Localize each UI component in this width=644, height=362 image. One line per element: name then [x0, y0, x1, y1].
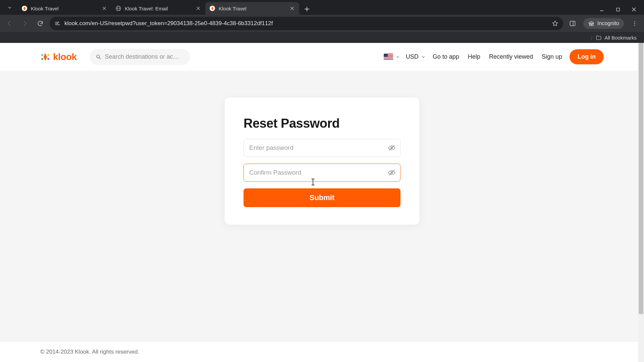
- copyright-text: © 2014-2023 Klook. All rights reserved.: [40, 349, 139, 355]
- arrow-left-icon: [6, 20, 13, 27]
- confirm-password-input[interactable]: [244, 164, 400, 182]
- tab-title: Klook Travel: [31, 6, 98, 11]
- klook-favicon-icon: [209, 5, 215, 11]
- svg-point-13: [592, 24, 593, 26]
- url-text: klook.com/en-US/resetpwd?user_token=2903…: [64, 20, 548, 27]
- incognito-icon: [588, 20, 595, 27]
- maximize-button[interactable]: [614, 6, 621, 13]
- logo[interactable]: klook: [40, 52, 77, 62]
- viewport: klook USD Go to app Help Recently viewed…: [0, 43, 644, 362]
- site-header: klook USD Go to app Help Recently viewed…: [0, 43, 644, 71]
- tab-close-button[interactable]: [289, 5, 295, 11]
- us-flag-icon: [384, 54, 393, 60]
- svg-point-20: [41, 58, 43, 60]
- svg-point-12: [589, 24, 591, 26]
- site-footer: © 2014-2023 Klook. All rights reserved.: [0, 342, 644, 362]
- nav-log-in-button[interactable]: Log in: [570, 49, 604, 64]
- incognito-label: Incognito: [597, 20, 619, 26]
- browser-menu-button[interactable]: [629, 17, 641, 29]
- nav-recently-viewed[interactable]: Recently viewed: [488, 51, 534, 62]
- chevron-down-icon: [7, 5, 12, 10]
- folder-icon: [596, 35, 602, 41]
- toggle-password-visibility[interactable]: [388, 144, 396, 152]
- confirm-password-field-wrapper: [244, 164, 400, 182]
- scrollbar-thumb[interactable]: [639, 43, 643, 314]
- maximize-icon: [616, 7, 620, 12]
- close-icon: [632, 7, 636, 12]
- star-icon: [552, 20, 558, 27]
- minimize-button[interactable]: [598, 6, 605, 13]
- all-bookmarks-label: All Bookmarks: [604, 35, 637, 41]
- tab-title: Klook Travel: [219, 6, 286, 11]
- bookmark-star-button[interactable]: [552, 20, 558, 27]
- nav-help[interactable]: Help: [467, 51, 482, 62]
- search-icon: [96, 54, 102, 60]
- logo-text: klook: [53, 52, 77, 62]
- site-settings-button[interactable]: [54, 20, 60, 26]
- minimize-icon: [599, 7, 604, 12]
- tab-strip: Klook Travel Klook Travel: Email Klook T…: [0, 0, 644, 15]
- svg-point-18: [41, 54, 43, 56]
- browser-tab[interactable]: Klook Travel: [17, 2, 111, 15]
- submit-button[interactable]: Submit: [244, 188, 400, 207]
- language-selector[interactable]: [384, 54, 400, 60]
- vertical-scrollbar[interactable]: [638, 43, 644, 362]
- browser-tab-active[interactable]: Klook Travel: [205, 2, 299, 15]
- tab-close-button[interactable]: [195, 5, 201, 11]
- all-bookmarks-button[interactable]: All Bookmarks: [596, 35, 637, 41]
- incognito-indicator[interactable]: Incognito: [583, 18, 624, 29]
- close-icon: [290, 6, 294, 10]
- site-search[interactable]: [90, 49, 190, 65]
- window-controls: [598, 6, 644, 15]
- side-panel-icon: [569, 20, 576, 27]
- plus-icon: [304, 6, 310, 12]
- tab-close-button[interactable]: [101, 5, 107, 11]
- nav-sign-up[interactable]: Sign up: [540, 51, 564, 62]
- back-button[interactable]: [3, 17, 15, 29]
- svg-point-21: [47, 58, 49, 60]
- tune-icon: [54, 20, 60, 26]
- reload-icon: [37, 20, 44, 27]
- tab-title: Klook Travel: Email: [125, 6, 192, 11]
- svg-point-8: [57, 23, 58, 24]
- svg-rect-10: [570, 21, 575, 25]
- eye-off-icon: [388, 169, 396, 177]
- logo-mark-icon: [40, 52, 50, 62]
- svg-point-15: [634, 21, 635, 22]
- side-panel-button[interactable]: [567, 17, 579, 29]
- svg-point-22: [97, 55, 100, 58]
- svg-point-16: [634, 23, 635, 24]
- password-input[interactable]: [244, 139, 400, 157]
- reset-password-card: Reset Password Submit: [225, 98, 419, 225]
- svg-rect-6: [616, 8, 620, 11]
- browser-tab[interactable]: Klook Travel: Email: [111, 2, 205, 15]
- currency-label: USD: [406, 53, 419, 60]
- close-icon: [102, 6, 106, 10]
- page-body: Reset Password Submit: [0, 71, 644, 342]
- globe-favicon-icon: [115, 5, 121, 11]
- svg-point-7: [58, 22, 59, 23]
- reload-button[interactable]: [34, 17, 46, 29]
- eye-off-icon: [388, 144, 396, 152]
- svg-line-23: [99, 58, 101, 59]
- close-window-button[interactable]: [631, 6, 637, 13]
- new-tab-button[interactable]: [301, 3, 313, 15]
- tab-search-button[interactable]: [4, 2, 15, 13]
- svg-point-19: [47, 54, 49, 56]
- page-title: Reset Password: [244, 116, 400, 131]
- nav-go-to-app[interactable]: Go to app: [431, 51, 461, 62]
- toggle-confirm-visibility[interactable]: [388, 169, 396, 177]
- kebab-icon: [632, 20, 638, 26]
- chevron-down-icon: [421, 55, 425, 59]
- arrow-right-icon: [21, 20, 28, 27]
- address-bar[interactable]: klook.com/en-US/resetpwd?user_token=2903…: [50, 17, 563, 30]
- svg-point-17: [634, 25, 635, 26]
- currency-selector[interactable]: USD: [406, 53, 425, 60]
- bookmarks-bar: | All Bookmarks: [0, 32, 644, 43]
- site-search-input[interactable]: [105, 53, 184, 60]
- forward-button[interactable]: [19, 17, 31, 29]
- password-field-wrapper: [244, 139, 400, 157]
- chevron-down-icon: [396, 55, 400, 59]
- browser-toolbar: klook.com/en-US/resetpwd?user_token=2903…: [0, 15, 644, 32]
- klook-favicon-icon: [21, 5, 28, 11]
